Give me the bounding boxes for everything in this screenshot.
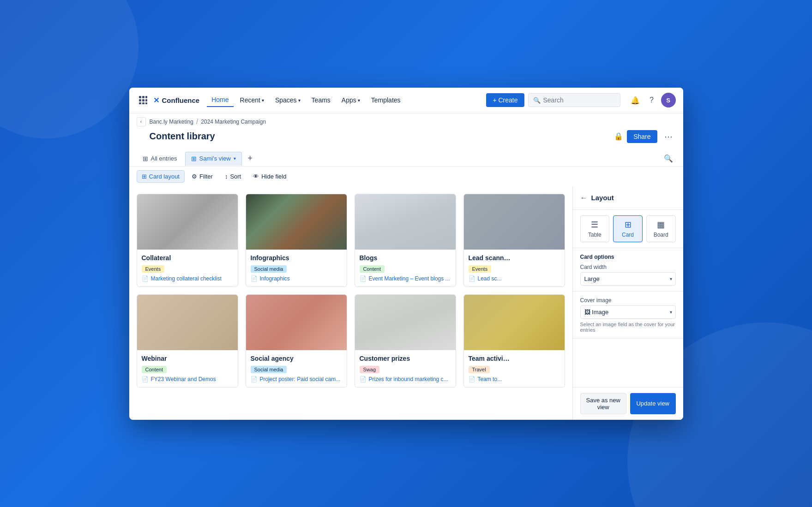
sort-button[interactable]: ↕ Sort <box>220 170 246 183</box>
help-icon[interactable]: ? <box>644 93 659 107</box>
svg-rect-3 <box>139 99 141 101</box>
svg-rect-2 <box>145 96 147 98</box>
sort-icon: ↕ <box>225 173 228 180</box>
panel-back-button[interactable]: ← <box>580 194 588 202</box>
lock-icon[interactable]: 🔒 <box>614 132 623 141</box>
svg-rect-6 <box>139 102 141 104</box>
search-bar[interactable]: 🔍 Search <box>528 93 620 107</box>
card-item[interactable]: Infographics Social media 📄 Infographics <box>246 194 347 287</box>
layout-option-card[interactable]: ⊞ Card <box>613 215 643 242</box>
card-link[interactable]: 📄 FY23 Webinar and Demos <box>142 376 233 382</box>
breadcrumb-parent2[interactable]: 2024 Marketing Campaign <box>201 119 266 125</box>
save-as-new-view-button[interactable]: Save as new view <box>580 393 627 414</box>
card-title: Social agency <box>251 355 342 362</box>
card-item[interactable]: Customer prizes Swag 📄 Prizes for inboun… <box>355 294 456 388</box>
card-width-select[interactable]: Large Medium Small <box>580 272 676 286</box>
card-link[interactable]: 📄 Lead sc... <box>469 275 560 282</box>
share-button[interactable]: Share <box>627 130 657 143</box>
nav-teams[interactable]: Teams <box>307 94 335 107</box>
tab-all-entries[interactable]: ⊞ All entries <box>137 152 183 166</box>
breadcrumb-toggle[interactable]: ‹ <box>137 117 146 126</box>
card-item[interactable]: Team activi… Travel 📄 Team to... <box>463 294 565 388</box>
card-cover <box>137 295 238 350</box>
nav-recent[interactable]: Recent ▾ <box>235 94 269 107</box>
page-icon: 📄 <box>360 376 367 382</box>
grid-menu-icon[interactable] <box>137 94 150 107</box>
notification-icon[interactable]: 🔔 <box>628 93 643 107</box>
card-grid: Collateral Events 📄 Marketing collateral… <box>129 186 572 420</box>
card-cover <box>355 295 456 350</box>
page-icon: 📄 <box>251 275 258 282</box>
card-title: Team activi… <box>469 355 560 362</box>
svg-rect-7 <box>142 102 144 104</box>
more-menu-button[interactable]: ⋯ <box>661 129 676 144</box>
card-cover <box>137 194 238 250</box>
layout-options: ☰ Table ⊞ Card ▦ Board <box>573 210 683 248</box>
card-link[interactable]: 📄 Event Marketing – Event blogs ... <box>360 275 451 282</box>
add-view-button[interactable]: + <box>244 152 257 165</box>
card-width-select-wrapper: Large Medium Small ▾ <box>580 272 676 286</box>
card-item[interactable]: Social agency Social media 📄 Project pos… <box>246 294 347 388</box>
card-title: Webinar <box>142 355 233 362</box>
samis-view-icon: ⊞ <box>191 155 197 162</box>
card-link[interactable]: 📄 Infographics <box>251 275 342 282</box>
all-entries-icon: ⊞ <box>143 155 148 162</box>
card-layout-icon: ⊞ <box>142 173 147 180</box>
nav-icon-group: 🔔 ? S <box>628 93 676 107</box>
card-item[interactable]: Collateral Events 📄 Marketing collateral… <box>137 194 238 287</box>
page-actions: 🔒 Share ⋯ <box>614 129 675 144</box>
cover-image-section: Cover image 🖼 Image None ▾ Select an ima… <box>573 292 683 339</box>
card-tag: Events <box>469 265 492 273</box>
card-tag: Travel <box>469 366 490 373</box>
hide-field-icon: 👁 <box>253 173 259 180</box>
card-body: Lead scann… Events 📄 Lead sc... <box>464 250 565 286</box>
card-tag: Events <box>142 265 165 273</box>
nav-items: Home Recent ▾ Spaces ▾ Teams Apps ▾ Temp… <box>207 93 482 107</box>
update-view-button[interactable]: Update view <box>630 393 676 414</box>
card-cover <box>246 194 347 250</box>
cover-image-select[interactable]: 🖼 Image None <box>580 305 676 319</box>
card-body: Webinar Content 📄 FY23 Webinar and Demos <box>137 350 238 387</box>
card-link[interactable]: 📄 Marketing collateral checklist <box>142 275 233 282</box>
layout-option-table[interactable]: ☰ Table <box>580 215 610 242</box>
tab-samis-view[interactable]: ⊞ Sami's view ▾ <box>185 152 242 166</box>
card-layout-button[interactable]: ⊞ Card layout <box>137 170 185 183</box>
card-cover <box>355 194 456 250</box>
filter-button[interactable]: ⚙ Filter <box>186 170 218 183</box>
panel-title: Layout <box>591 194 614 202</box>
nav-spaces[interactable]: Spaces ▾ <box>271 94 305 107</box>
nav-home[interactable]: Home <box>207 93 233 107</box>
card-item[interactable]: Webinar Content 📄 FY23 Webinar and Demos <box>137 294 238 388</box>
card-tag: Content <box>142 366 167 373</box>
card-cover <box>464 194 565 250</box>
breadcrumb-parent1[interactable]: Banc.ly Marketing <box>150 119 193 125</box>
card-body: Collateral Events 📄 Marketing collateral… <box>137 250 238 286</box>
panel-footer: Save as new view Update view <box>573 387 683 420</box>
nav-templates[interactable]: Templates <box>367 94 405 107</box>
card-title: Lead scann… <box>469 254 560 262</box>
cover-image-label: Cover image <box>580 297 676 304</box>
svg-rect-5 <box>145 99 147 101</box>
logo-x-icon: ✕ <box>153 96 159 105</box>
content-search-icon[interactable]: 🔍 <box>661 151 676 166</box>
apps-chevron-icon: ▾ <box>358 98 360 103</box>
card-body: Team activi… Travel 📄 Team to... <box>464 350 565 387</box>
create-button[interactable]: + Create <box>486 93 524 107</box>
layout-option-board[interactable]: ▦ Board <box>646 215 676 242</box>
card-cover <box>464 295 565 350</box>
card-item[interactable]: Blogs Content 📄 Event Marketing – Event … <box>355 194 456 287</box>
page-icon: 📄 <box>360 275 367 282</box>
user-avatar[interactable]: S <box>661 93 676 107</box>
card-link[interactable]: 📄 Project poster: Paid social cam... <box>251 376 342 382</box>
nav-apps[interactable]: Apps ▾ <box>337 94 365 107</box>
card-link[interactable]: 📄 Team to... <box>469 376 560 382</box>
hide-field-button[interactable]: 👁 Hide field <box>248 170 291 183</box>
logo-text: Confluence <box>162 96 200 104</box>
breadcrumb-bar: ‹ Banc.ly Marketing / 2024 Marketing Cam… <box>129 113 683 128</box>
card-link[interactable]: 📄 Prizes for inbound marketing c... <box>360 376 451 382</box>
card-title: Customer prizes <box>360 355 451 362</box>
search-icon: 🔍 <box>533 97 541 104</box>
card-item[interactable]: Lead scann… Events 📄 Lead sc... <box>463 194 565 287</box>
confluence-logo[interactable]: ✕ Confluence <box>153 96 200 105</box>
toolbar: ⊞ Card layout ⚙ Filter ↕ Sort 👁 Hide fie… <box>129 167 683 186</box>
